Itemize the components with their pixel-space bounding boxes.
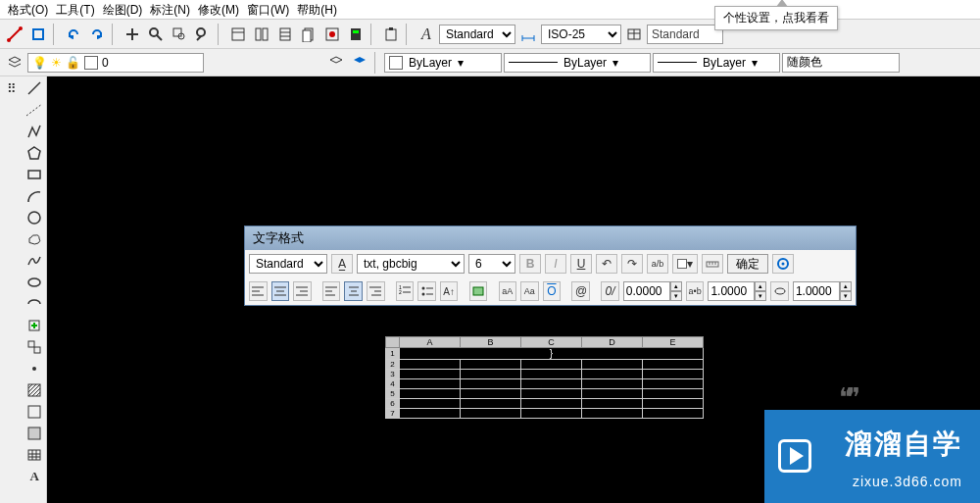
options-button[interactable] [772, 254, 794, 274]
table-cell[interactable] [521, 360, 582, 370]
mtext-icon[interactable]: A [24, 467, 44, 486]
italic-button[interactable]: I [545, 254, 566, 274]
gradient-icon[interactable] [24, 402, 44, 422]
linetype-selector[interactable]: ByLayer ▾ [504, 53, 651, 73]
menu-format[interactable]: 格式(O) [8, 2, 48, 17]
table-cell[interactable] [643, 379, 704, 389]
spin-down-icon[interactable]: ▾ [840, 291, 852, 301]
calculator-icon[interactable] [345, 24, 367, 45]
table-col-header[interactable]: E [643, 337, 704, 348]
insert-block-icon[interactable] [24, 316, 44, 335]
width-factor-input[interactable]: ▴▾ [708, 281, 766, 301]
point-icon[interactable] [24, 359, 44, 378]
bold-button[interactable]: B [519, 254, 541, 274]
zoom-window-icon[interactable] [169, 24, 190, 45]
text-style-dropdown[interactable]: Standard [439, 25, 515, 44]
align-tl-icon[interactable] [249, 281, 268, 301]
table-cell[interactable] [400, 389, 461, 399]
table-cell[interactable] [643, 409, 704, 419]
table-row-header[interactable]: 1 [386, 348, 400, 360]
text-style-select[interactable]: Standard [249, 254, 327, 274]
table-cell[interactable] [400, 409, 461, 419]
drag-handle-icon[interactable]: ⠿ [2, 78, 22, 98]
table-cell[interactable] [582, 370, 643, 379]
table-row-header[interactable]: 6 [386, 399, 400, 409]
layer-selector[interactable]: 💡 ☀ 🔓 0 [27, 53, 204, 73]
plot-style-selector[interactable]: 随颜色 [782, 53, 900, 73]
rectangle-icon[interactable] [24, 165, 44, 184]
layer-states-icon[interactable] [349, 52, 370, 74]
spline-icon[interactable] [24, 251, 44, 271]
table-row-header[interactable]: 2 [386, 360, 400, 370]
table-cell[interactable] [400, 399, 461, 409]
text-color-button[interactable]: ▾ [672, 254, 698, 274]
table-cell[interactable] [643, 360, 704, 370]
table-cell[interactable] [582, 360, 643, 370]
pan-icon[interactable] [122, 24, 143, 45]
menu-help[interactable]: 帮助(H) [297, 2, 337, 17]
table-corner[interactable] [386, 337, 400, 348]
table-cell[interactable] [461, 399, 521, 409]
distance-icon[interactable] [4, 24, 25, 45]
uppercase-icon[interactable]: A↑ [440, 281, 459, 301]
make-block-icon[interactable] [24, 337, 44, 357]
table-row-header[interactable]: 4 [386, 379, 400, 389]
undo-button[interactable]: ↶ [596, 254, 617, 274]
ellipse-arc-icon[interactable] [24, 294, 44, 314]
properties-icon[interactable] [227, 24, 249, 45]
width-factor-icon[interactable]: a•b [686, 281, 705, 301]
cad-table[interactable]: A B C D E 1} 2 3 4 5 6 7 [385, 336, 704, 419]
table-col-header[interactable]: A [400, 337, 461, 348]
circle-icon[interactable] [24, 208, 44, 227]
numbered-list-icon[interactable]: 12 [396, 281, 415, 301]
table-cell[interactable] [461, 370, 521, 379]
design-center-icon[interactable] [251, 24, 272, 45]
menu-modify[interactable]: 修改(M) [198, 2, 239, 17]
table-cell[interactable] [521, 409, 582, 419]
oblique-angle-icon[interactable] [770, 281, 789, 301]
table-style-icon[interactable] [623, 24, 645, 45]
menu-draw[interactable]: 绘图(D) [103, 2, 143, 17]
font-select[interactable]: txt, gbcbig [357, 254, 465, 274]
lowercase-aa-icon[interactable]: Aa [520, 281, 539, 301]
table-cell[interactable] [582, 399, 643, 409]
align-tr-icon[interactable] [293, 281, 312, 301]
revision-cloud-icon[interactable] [24, 229, 44, 249]
text-style-icon[interactable]: A [416, 24, 437, 45]
tool-palette-icon[interactable] [274, 24, 296, 45]
uppercase-aa-icon[interactable]: aA [499, 281, 517, 301]
tooltip-popup[interactable]: 个性设置，点我看看 [714, 6, 838, 30]
table-cell[interactable] [643, 389, 704, 399]
tracking-input[interactable]: ▴▾ [623, 281, 682, 301]
bulleted-list-icon[interactable] [417, 281, 436, 301]
undo-icon[interactable] [63, 24, 84, 45]
text-height-select[interactable]: 6 [468, 254, 515, 274]
spin-down-icon[interactable]: ▾ [755, 291, 766, 301]
table-cell[interactable] [521, 399, 582, 409]
markup-icon[interactable] [321, 24, 343, 45]
table-cell[interactable] [461, 360, 521, 370]
polygon-icon[interactable] [24, 143, 44, 163]
ruler-button[interactable] [702, 254, 723, 274]
table-cell[interactable] [461, 409, 521, 419]
table-cell[interactable] [521, 370, 582, 379]
table-cell[interactable] [521, 379, 582, 389]
table-row-header[interactable]: 5 [386, 389, 400, 399]
lineweight-selector[interactable]: ByLayer ▾ [653, 53, 780, 73]
paste-icon[interactable] [380, 24, 402, 45]
table-icon[interactable] [24, 445, 44, 465]
menu-tools[interactable]: 工具(T) [56, 2, 94, 17]
table-col-header[interactable]: D [582, 337, 643, 348]
underline-button[interactable]: U [570, 254, 592, 274]
table-col-header[interactable]: B [461, 337, 521, 348]
zoom-previous-icon[interactable] [192, 24, 214, 45]
table-cell[interactable] [400, 370, 461, 379]
ellipse-icon[interactable] [24, 273, 44, 292]
table-cell[interactable] [461, 389, 521, 399]
overline-icon[interactable]: O [543, 281, 562, 301]
spin-up-icon[interactable]: ▴ [840, 281, 852, 291]
table-row-header[interactable]: 3 [386, 370, 400, 379]
table-cell-active[interactable]: } [400, 348, 704, 360]
symbol-icon[interactable]: @ [571, 281, 590, 301]
table-cell[interactable] [643, 399, 704, 409]
